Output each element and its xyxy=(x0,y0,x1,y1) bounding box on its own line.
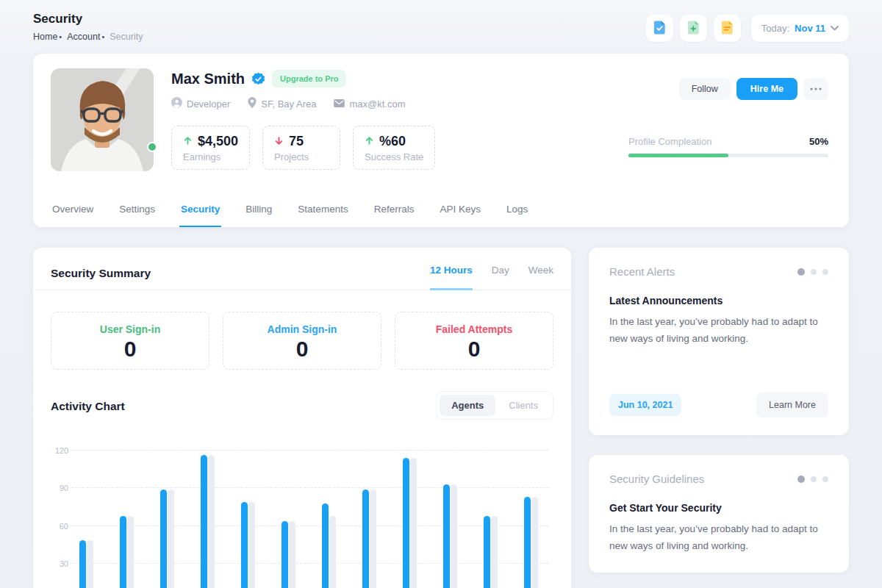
signin-stat-boxes: User Sign-in0Admin Sign-in0Failed Attemp… xyxy=(51,312,553,370)
y-axis-tick-label: 120 xyxy=(49,446,68,455)
activity-chart-title: Activity Chart xyxy=(51,398,125,413)
carousel-dot[interactable] xyxy=(797,268,805,276)
tab-settings[interactable]: Settings xyxy=(118,204,157,227)
bar-agents[interactable] xyxy=(160,490,167,588)
chart-gridline xyxy=(71,563,549,564)
profile-meta-text: max@kt.com xyxy=(349,98,405,110)
profile-tabs: OverviewSettingsSecurityBillingStatement… xyxy=(51,204,831,227)
file-lines-icon xyxy=(720,20,735,37)
bar-agents[interactable] xyxy=(443,484,450,588)
breadcrumb-item-security[interactable]: Security xyxy=(110,32,143,42)
signin-box-value: 0 xyxy=(223,337,381,361)
date-prefix-label: Today: xyxy=(761,23,789,34)
bar-shadow xyxy=(329,516,336,588)
period-tab-week[interactable]: Week xyxy=(528,265,553,290)
period-tab-day[interactable]: Day xyxy=(492,265,509,290)
follow-button[interactable]: Follow xyxy=(679,78,731,100)
tab-billing[interactable]: Billing xyxy=(244,204,273,227)
arrow-down-icon xyxy=(274,134,284,149)
summary-title: Security Summary xyxy=(51,265,151,280)
bar-shadow xyxy=(208,455,215,588)
bar-agents[interactable] xyxy=(282,521,288,588)
activity-bar-chart: 306090120 xyxy=(71,439,549,588)
file-check-icon xyxy=(652,20,667,37)
profile-meta-item: SF, Bay Area xyxy=(248,97,316,110)
carousel-dot[interactable] xyxy=(811,476,817,482)
right-sidebar: Recent AlertsLatest AnnouncementsIn the … xyxy=(589,248,849,573)
bar-shadow xyxy=(168,490,174,588)
signin-box-user-sign-in: User Sign-in0 xyxy=(51,312,209,370)
date-selector[interactable]: Today: Nov 11 xyxy=(751,15,849,42)
bar-shadow xyxy=(451,484,457,588)
ellipsis-icon xyxy=(810,87,822,90)
profile-name: Max Smith xyxy=(171,71,245,87)
tab-overview[interactable]: Overview xyxy=(51,204,95,227)
bar-agents[interactable] xyxy=(201,455,207,588)
bar-agents[interactable] xyxy=(524,497,531,588)
y-axis-tick-label: 30 xyxy=(49,559,68,568)
more-options-button[interactable] xyxy=(803,78,828,100)
upgrade-pro-badge[interactable]: Upgrade to Pro xyxy=(272,70,346,87)
stat-label: Earnings xyxy=(183,151,238,162)
tab-logs[interactable]: Logs xyxy=(505,204,529,227)
tab-referrals[interactable]: Referrals xyxy=(373,204,416,227)
chevron-down-icon xyxy=(831,26,839,31)
bar-agents[interactable] xyxy=(241,502,248,588)
tab-security[interactable]: Security xyxy=(179,204,221,227)
progress-label: Profile Compleation xyxy=(628,136,711,147)
file-lines-button[interactable] xyxy=(714,15,741,42)
stat-tile-projects: 75Projects xyxy=(262,126,340,170)
period-tab-12-hours[interactable]: 12 Hours xyxy=(430,265,473,290)
toggle-clients[interactable]: Clients xyxy=(497,395,550,416)
quick-action-buttons xyxy=(646,15,741,42)
breadcrumb-separator: • xyxy=(59,32,62,41)
toggle-agents[interactable]: Agents xyxy=(440,395,495,416)
bar-agents[interactable] xyxy=(322,503,329,588)
carousel-dot[interactable] xyxy=(811,269,817,275)
card-heading: Get Start Your Security xyxy=(609,502,828,514)
carousel-dot[interactable] xyxy=(797,476,805,483)
chart-gridline xyxy=(71,526,549,526)
signin-box-admin-sign-in: Admin Sign-in0 xyxy=(223,312,381,370)
bar-agents[interactable] xyxy=(120,516,126,588)
breadcrumb: Home•Account•Security xyxy=(33,32,143,42)
bar-agents[interactable] xyxy=(79,540,86,588)
tab-api-keys[interactable]: API Keys xyxy=(438,204,482,227)
carousel-dot[interactable] xyxy=(822,269,828,275)
stat-tile-success-rate: %60Success Rate xyxy=(353,126,435,170)
profile-completion: Profile Compleation 50% xyxy=(628,136,828,157)
card-security-guidelines: Security GuidelinesGet Start Your Securi… xyxy=(589,455,849,573)
bar-agents[interactable] xyxy=(403,458,409,588)
bar-agents[interactable] xyxy=(484,516,490,588)
carousel-dot[interactable] xyxy=(822,476,828,482)
progress-percent: 50% xyxy=(809,136,828,147)
online-status-dot xyxy=(147,142,157,152)
arrow-up-icon xyxy=(365,134,374,149)
breadcrumb-item-home[interactable]: Home xyxy=(33,32,57,42)
hire-me-button[interactable]: Hire Me xyxy=(736,78,797,100)
file-plus-button[interactable] xyxy=(680,15,707,42)
bar-shadow xyxy=(127,516,134,588)
y-axis-tick-label: 60 xyxy=(49,522,68,531)
carousel-dots xyxy=(797,268,828,276)
user-icon xyxy=(171,97,182,110)
date-chip[interactable]: Jun 10, 2021 xyxy=(609,394,681,416)
page-header-left: Security Home•Account•Security xyxy=(33,12,143,42)
signin-box-value: 0 xyxy=(51,337,209,361)
agents-clients-toggle: AgentsClients xyxy=(436,391,553,420)
page-header: Security Home•Account•Security Today: No… xyxy=(0,0,882,42)
bar-shadow xyxy=(370,490,376,588)
profile-meta-item: Developer xyxy=(171,97,230,110)
mail-icon xyxy=(334,98,345,110)
bar-agents[interactable] xyxy=(362,490,369,588)
profile-meta-text: Developer xyxy=(187,98,230,110)
tab-statements[interactable]: Statements xyxy=(296,204,349,227)
file-check-button[interactable] xyxy=(646,15,673,42)
profile-meta-text: SF, Bay Area xyxy=(261,98,316,110)
signin-box-failed-attempts: Failed Attempts0 xyxy=(395,312,553,370)
bar-shadow xyxy=(531,497,538,588)
progress-bar xyxy=(628,154,828,157)
breadcrumb-item-account[interactable]: Account xyxy=(67,32,100,42)
learn-more-button[interactable]: Learn More xyxy=(756,392,828,417)
bar-shadow xyxy=(410,458,417,588)
